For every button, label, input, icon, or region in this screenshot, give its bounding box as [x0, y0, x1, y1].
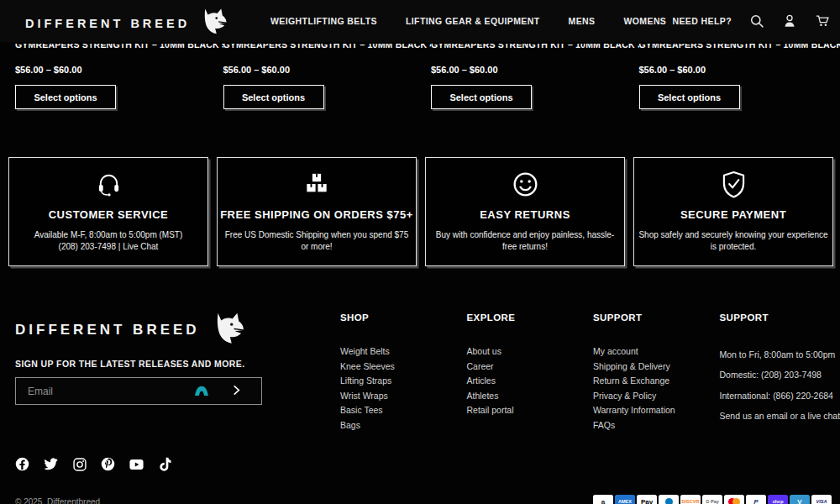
select-options-button[interactable]: Select options: [639, 85, 740, 109]
header-utilities: NEED HELP?: [672, 0, 830, 42]
product-price: $56.00 – $60.00: [431, 65, 639, 75]
footer-column: SHOPWeight BeltsKnee SleevesLifting Stra…: [340, 312, 467, 433]
footer-link[interactable]: About us: [467, 344, 594, 360]
footer-column-title: SUPPORT: [720, 312, 840, 323]
footer-brand-logo[interactable]: DIFFERENT BREED: [15, 311, 246, 349]
footer-link[interactable]: Retail portal: [467, 403, 594, 418]
page: DIFFERENT BREED WEIGHTLIFTING BELTSLIFTI…: [0, 0, 840, 504]
footer-contact-line: Mon to Fri, 8:00am to 5:00pm: [720, 344, 840, 365]
product-title[interactable]: GYMREAPERS STRENGTH KIT – 10MM BLACK 4: [223, 44, 432, 52]
nav-item-lifting-gear-equipment[interactable]: LIFTING GEAR & EQUIPMENT: [406, 16, 540, 26]
footer-column-title: EXPLORE: [467, 312, 594, 323]
headset-icon: [9, 169, 207, 199]
twitter-icon[interactable]: [44, 457, 58, 471]
payment-methods: aAMEXPayDISCVRG PayPshopVVISA: [593, 495, 832, 504]
search-icon[interactable]: [750, 14, 764, 29]
footer-column-links: Mon to Fri, 8:00am to 5:00pmDomestic: (2…: [720, 344, 840, 426]
feature-text-line: or more!: [218, 241, 416, 253]
product-grid: GYMREAPERS STRENGTH KIT – 10MM BLACK 5$5…: [15, 44, 840, 109]
product-title-text[interactable]: GYMREAPERS STRENGTH KIT – 10MM BLACK 4: [223, 44, 432, 51]
footer-column-links: My accountShipping & DeliveryReturn & Ex…: [593, 344, 720, 433]
footer-link[interactable]: FAQs: [593, 418, 720, 433]
tiktok-icon[interactable]: [158, 457, 172, 471]
footer-link[interactable]: Basic Tees: [340, 403, 467, 418]
footer-link[interactable]: Career: [467, 360, 594, 375]
feature-text-line: Free US Domestic Shipping when you spend…: [218, 229, 416, 241]
payment-badge-visa: VISA: [811, 495, 832, 504]
select-options-button[interactable]: Select options: [223, 85, 324, 109]
product-price: $56.00 – $60.00: [639, 65, 840, 75]
product-card: GYMREAPERS STRENGTH KIT – 10MM BLACK 2$5…: [639, 44, 840, 109]
footer-contact-line: Send us an email or a live chat: [720, 406, 840, 426]
footer-column-links: Weight BeltsKnee SleevesLifting StrapsWr…: [340, 344, 467, 433]
product-card: GYMREAPERS STRENGTH KIT – 10MM BLACK 5$5…: [15, 44, 223, 109]
newsletter-brand-icon: [192, 384, 211, 399]
brand-wordmark: DIFFERENT BREED: [25, 17, 190, 30]
cart-icon[interactable]: [816, 14, 830, 29]
nav-item-mens[interactable]: MENS: [569, 16, 596, 26]
need-help-link[interactable]: NEED HELP?: [672, 16, 732, 26]
footer-brand-wordmark: DIFFERENT BREED: [15, 322, 200, 339]
footer-link[interactable]: Knee Sleeves: [340, 360, 467, 375]
footer-link[interactable]: Shipping & Delivery: [593, 360, 720, 375]
product-title-text[interactable]: GYMREAPERS STRENGTH KIT – 10MM BLACK 5: [15, 44, 223, 51]
product-card: GYMREAPERS STRENGTH KIT – 10MM BLACK 3$5…: [431, 44, 639, 109]
smiley-icon: [426, 169, 624, 199]
instagram-icon[interactable]: [72, 457, 87, 471]
account-icon[interactable]: [783, 14, 797, 29]
footer-link[interactable]: Wrist Wraps: [340, 389, 467, 404]
pinterest-icon[interactable]: [101, 457, 115, 471]
feature-text: Available M-F, 8:00am to 5:00pm (MST)(20…: [9, 229, 207, 252]
feature-title: EASY RETURNS: [426, 208, 624, 221]
payment-badge-discover: DISCVR: [680, 495, 701, 504]
feature-title: CUSTOMER SERVICE: [9, 208, 207, 221]
shipping-boxes-icon: [218, 169, 416, 199]
payment-badge-google-pay: G Pay: [702, 495, 722, 504]
footer-link[interactable]: Privacy & Policy: [593, 389, 720, 404]
feature-boxes: CUSTOMER SERVICEAvailable M-F, 8:00am to…: [8, 157, 834, 266]
feature-card: CUSTOMER SERVICEAvailable M-F, 8:00am to…: [8, 157, 208, 266]
footer-link[interactable]: Warranty Information: [593, 403, 720, 418]
header-brand-logo[interactable]: DIFFERENT BREED: [25, 7, 228, 39]
payment-badge-paypal: P: [746, 495, 766, 504]
payment-badge-amex: AMEX: [615, 495, 635, 504]
youtube-icon[interactable]: [129, 457, 144, 471]
feature-text-line: Buy with confidence and enjoy painless, …: [426, 229, 624, 241]
footer-column: EXPLOREAbout usCareerArticlesAthletesRet…: [467, 312, 594, 433]
feature-text: Shop safely and securely knowing your ex…: [634, 229, 832, 252]
facebook-icon[interactable]: [15, 457, 29, 471]
newsletter-submit-button[interactable]: [231, 378, 256, 404]
feature-title: SECURE PAYMENT: [634, 208, 832, 221]
select-options-button[interactable]: Select options: [15, 85, 116, 109]
footer-link[interactable]: Bags: [340, 418, 467, 433]
footer-link[interactable]: Athletes: [467, 389, 594, 404]
wolf-logo-icon: [197, 7, 228, 39]
feature-card: EASY RETURNSBuy with confidence and enjo…: [425, 157, 625, 266]
footer-column-links: About usCareerArticlesAthletesRetail por…: [467, 344, 594, 418]
product-title-text[interactable]: GYMREAPERS STRENGTH KIT – 10MM BLACK 3: [431, 44, 639, 51]
feature-text-line: (208) 203-7498 | Live Chat: [9, 241, 207, 253]
product-title-text[interactable]: GYMREAPERS STRENGTH KIT – 10MM BLACK 2: [639, 44, 840, 51]
footer-link[interactable]: Weight Belts: [340, 344, 467, 360]
footer-link[interactable]: My account: [593, 344, 720, 360]
footer-contact-line: Domestic: (208) 203-7498: [720, 365, 840, 385]
product-title[interactable]: GYMREAPERS STRENGTH KIT – 10MM BLACK 2: [639, 44, 840, 52]
social-links: [15, 457, 172, 471]
email-input[interactable]: [16, 378, 192, 404]
select-options-button[interactable]: Select options: [431, 85, 532, 109]
product-title[interactable]: GYMREAPERS STRENGTH KIT – 10MM BLACK 3: [431, 44, 639, 52]
main-nav: WEIGHTLIFTING BELTSLIFTING GEAR & EQUIPM…: [270, 0, 666, 42]
feature-text-line: free returns!: [426, 241, 624, 253]
feature-text: Buy with confidence and enjoy painless, …: [426, 229, 624, 252]
newsletter-form: [15, 377, 262, 405]
footer-link[interactable]: Lifting Straps: [340, 374, 467, 389]
nav-item-weightlifting-belts[interactable]: WEIGHTLIFTING BELTS: [270, 16, 377, 26]
feature-text-line: Shop safely and securely knowing your ex…: [634, 229, 832, 241]
product-title[interactable]: GYMREAPERS STRENGTH KIT – 10MM BLACK 5: [15, 44, 223, 52]
feature-text: Free US Domestic Shipping when you spend…: [218, 229, 416, 252]
footer-column: SUPPORTMy accountShipping & DeliveryRetu…: [593, 312, 720, 433]
newsletter-heading: SIGN UP FOR THE LATEST RELEASES AND MORE…: [15, 359, 244, 369]
footer-link[interactable]: Articles: [467, 374, 594, 389]
nav-item-womens[interactable]: WOMENS: [623, 16, 666, 26]
footer-link[interactable]: Return & Exchange: [593, 374, 720, 389]
